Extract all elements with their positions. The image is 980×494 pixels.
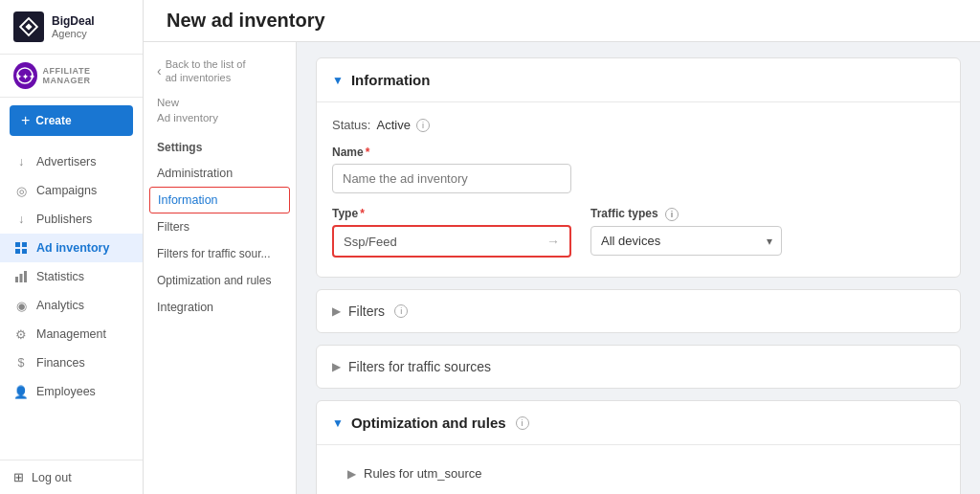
name-input[interactable] — [332, 164, 571, 193]
analytics-icon: ◉ — [13, 298, 29, 313]
status-value: Active — [376, 118, 410, 132]
nav-label-advertisers: Advertisers — [36, 155, 97, 168]
back-chevron-icon: ‹ — [157, 63, 162, 79]
left-nav-optimization[interactable]: Optimization and rules — [144, 267, 296, 294]
sidebar-item-management[interactable]: ⚙ Management — [0, 320, 143, 348]
traffic-select[interactable]: All devices Mobile Desktop Tablet — [590, 226, 782, 256]
logo-text: BigDeal Agency — [52, 14, 95, 39]
people-icon: 👤 — [13, 384, 29, 399]
content-area: ‹ Back to the list ofad inventories New … — [144, 42, 980, 494]
optimization-section: ▼ Optimization and rules i ▶ Rules for u… — [316, 400, 961, 494]
left-nav-breadcrumb: ‹ Back to the list ofad inventories New … — [144, 50, 296, 137]
create-button-label: Create — [35, 114, 71, 127]
dollar-icon: $ — [13, 355, 29, 370]
settings-header: Settings — [144, 137, 296, 160]
svg-rect-5 — [15, 249, 20, 254]
back-text: Back to the list ofad inventories — [166, 57, 246, 85]
rules-utm-title: Rules for utm_source — [364, 466, 482, 481]
sidebar-item-finances[interactable]: $ Finances — [0, 348, 143, 377]
logout-item[interactable]: ⊞ Log out — [0, 460, 143, 494]
breadcrumb-text: New Ad inventory — [157, 95, 282, 125]
nav-label-finances: Finances — [36, 356, 85, 370]
create-button[interactable]: + Create — [10, 105, 133, 136]
affiliate-badge: ✦✦✦ AFFILIATE MANAGER — [0, 55, 143, 98]
logout-icon: ⊞ — [13, 470, 24, 484]
optimization-chevron-icon: ▼ — [332, 416, 344, 430]
status-info-icon[interactable]: i — [416, 119, 430, 132]
breadcrumb-ad-inventory: Ad inventory — [157, 112, 218, 124]
nav-label-ad-inventory: Ad inventory — [36, 241, 109, 255]
sidebar-item-employees[interactable]: 👤 Employees — [0, 377, 143, 406]
type-required-star: * — [360, 207, 365, 220]
sidebar-item-advertisers[interactable]: ↓ Advertisers — [0, 147, 143, 176]
left-nav-filters-traffic[interactable]: Filters for traffic sour... — [144, 240, 296, 267]
left-nav-filters[interactable]: Filters — [144, 213, 296, 240]
logo-icon — [13, 11, 44, 42]
name-field-group: Name* — [332, 146, 571, 193]
nav-list: ↓ Advertisers ◎ Campaigns ↓ Publishers A… — [0, 144, 143, 460]
sidebar-item-publishers[interactable]: ↓ Publishers — [0, 205, 143, 234]
type-label: Type* — [332, 207, 571, 220]
svg-rect-9 — [24, 271, 27, 282]
sidebar-item-analytics[interactable]: ◉ Analytics — [0, 291, 143, 320]
management-icon: ⚙ — [13, 326, 29, 342]
sidebar-item-statistics[interactable]: Statistics — [0, 262, 143, 291]
nav-label-management: Management — [36, 327, 106, 341]
optimization-section-body: ▶ Rules for utm_source ▶ Rules for isp — [317, 445, 960, 494]
information-section: ▼ Information Status: Active i Name* — [316, 57, 961, 278]
publisher-icon: ↓ — [13, 212, 29, 227]
optimization-section-title: Optimization and rules — [351, 415, 506, 431]
back-link[interactable]: ‹ Back to the list ofad inventories — [157, 57, 282, 85]
status-row: Status: Active i — [332, 118, 945, 132]
download-icon: ↓ — [13, 154, 29, 169]
filters-section-header[interactable]: ▶ Filters i — [317, 290, 960, 332]
svg-rect-4 — [22, 242, 27, 247]
left-nav-integration[interactable]: Integration — [144, 294, 296, 321]
optimization-info-icon[interactable]: i — [516, 416, 529, 430]
svg-text:✦✦✦: ✦✦✦ — [15, 73, 34, 81]
filters-info-icon[interactable]: i — [394, 304, 408, 318]
type-select-box[interactable]: Ssp/Feed → — [332, 225, 571, 258]
information-chevron-icon: ▼ — [332, 74, 344, 87]
affiliate-icon: ✦✦✦ — [13, 62, 37, 89]
rules-utm-subsection: ▶ Rules for utm_source — [332, 453, 945, 494]
logo-area: BigDeal Agency — [0, 0, 143, 55]
sidebar-item-ad-inventory[interactable]: Ad inventory — [0, 234, 143, 262]
page-title: New ad inventory — [167, 10, 325, 32]
left-nav-administration[interactable]: Administration — [144, 160, 296, 187]
nav-label-statistics: Statistics — [36, 270, 84, 283]
svg-rect-6 — [22, 249, 27, 254]
sidebar-item-campaigns[interactable]: ◎ Campaigns — [0, 176, 143, 205]
traffic-info-icon[interactable]: i — [665, 208, 679, 221]
filters-traffic-section-header[interactable]: ▶ Filters for traffic sources — [317, 346, 960, 388]
left-nav-panel: ‹ Back to the list ofad inventories New … — [144, 42, 297, 494]
nav-label-campaigns: Campaigns — [36, 184, 97, 197]
nav-label-analytics: Analytics — [36, 299, 84, 312]
sidebar: BigDeal Agency ✦✦✦ AFFILIATE MANAGER + C… — [0, 0, 144, 494]
type-field-group: Type* Ssp/Feed → — [332, 207, 571, 258]
filters-traffic-section-title: Filters for traffic sources — [348, 359, 491, 374]
nav-label-publishers: Publishers — [36, 213, 92, 226]
filters-chevron-icon: ▶ — [332, 304, 341, 318]
svg-rect-7 — [15, 277, 18, 282]
filters-traffic-chevron-icon: ▶ — [332, 360, 341, 373]
logout-label: Log out — [32, 471, 72, 484]
rules-utm-header[interactable]: ▶ Rules for utm_source — [347, 462, 929, 484]
rules-utm-chevron-icon: ▶ — [347, 467, 356, 481]
optimization-section-header[interactable]: ▼ Optimization and rules i — [317, 401, 960, 445]
nav-label-employees: Employees — [36, 385, 96, 398]
plus-icon: + — [21, 112, 30, 129]
status-label: Status: — [332, 118, 370, 132]
top-header: New ad inventory — [144, 0, 980, 42]
traffic-select-wrapper: All devices Mobile Desktop Tablet — [590, 226, 782, 256]
type-value: Ssp/Feed — [344, 235, 397, 249]
traffic-label: Traffic types i — [590, 207, 782, 221]
left-nav-information[interactable]: Information — [149, 187, 290, 213]
filters-section: ▶ Filters i — [316, 289, 961, 333]
target-icon: ◎ — [13, 183, 29, 198]
svg-rect-8 — [20, 274, 23, 282]
form-row-name: Name* — [332, 146, 945, 193]
type-arrow-icon: → — [546, 234, 560, 249]
form-row-type-traffic: Type* Ssp/Feed → Traffic types i — [332, 207, 945, 258]
information-section-header[interactable]: ▼ Information — [317, 58, 960, 102]
